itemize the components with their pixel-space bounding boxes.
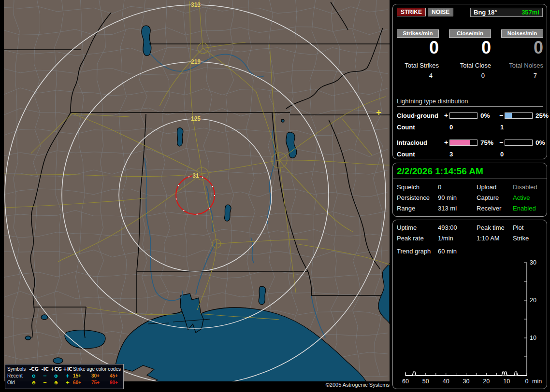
- minus-sign: −: [498, 139, 505, 146]
- intracloud-label: Intracloud: [397, 139, 443, 146]
- svg-text:40: 40: [443, 378, 449, 385]
- stormvue-app: 31321912531 Symbols -CG -IC +CG +IC Stri…: [0, 0, 550, 392]
- recent-ncg-icon: ⊖: [28, 373, 40, 379]
- legend-col-ncg: -CG: [28, 366, 40, 372]
- cg-plus-pct: 0%: [478, 112, 498, 119]
- recent-nic-icon: −: [40, 373, 50, 379]
- capture-label: Capture: [477, 194, 513, 201]
- radar-map: 31321912531: [4, 0, 390, 381]
- cg-minus-bar-fill: [505, 113, 512, 118]
- cloud-ground-label: Cloud-ground: [397, 112, 443, 119]
- trend-tick-labels: 6050403020100min102030: [402, 259, 542, 385]
- cloud-ground-row: Cloud-ground + 0% − 25%: [397, 112, 543, 119]
- recent-pic-icon: +: [62, 373, 73, 379]
- ic-plus-bar: [449, 140, 478, 146]
- rate-counters: Strikes/min Close/min Noises/min 0 0 0 T…: [397, 29, 543, 79]
- svg-text:0: 0: [525, 378, 529, 385]
- ic-plus-bar-fill: [450, 140, 470, 145]
- strikes-per-min-value: 0: [397, 38, 439, 58]
- svg-text:50: 50: [422, 378, 429, 385]
- smith-lake: [177, 128, 183, 146]
- total-close-label: Total Close: [449, 62, 491, 69]
- receiver-status: Enabled: [513, 205, 547, 212]
- small-lake: [281, 119, 284, 122]
- intracloud-count-row: Count 3 0: [397, 151, 543, 158]
- strike-counters-panel: STRIKE NOISE Bng 18° 357mi Strikes/min C…: [392, 4, 547, 159]
- trend-graph-setting: Trend graph 60 min: [393, 242, 547, 255]
- squelch-value: 0: [438, 183, 477, 191]
- trend-x-unit: min: [532, 378, 542, 385]
- noises-per-min-button[interactable]: Noises/min: [501, 29, 543, 38]
- strike-mode-button[interactable]: STRIKE: [397, 8, 426, 16]
- strikes-per-min-button[interactable]: Strikes/min: [397, 29, 439, 38]
- ic-minus-pct: 0%: [534, 139, 550, 146]
- upload-status: Disabled: [513, 183, 547, 191]
- radar-map-svg: 31321912531: [4, 0, 390, 381]
- marsh-lake: [41, 315, 48, 320]
- status-grid: Squelch 0 Upload Disabled Persistence 90…: [393, 179, 547, 212]
- range-ring-label: 31: [192, 172, 199, 179]
- uptime-value: 493:00: [438, 224, 477, 231]
- count-label: Count: [397, 124, 449, 131]
- lightning-type-distribution: Lightning type distribution Cloud-ground…: [397, 98, 543, 158]
- cg-plus-count: 0: [449, 124, 500, 131]
- range-ring-label: 219: [191, 58, 201, 65]
- copyright-text: ©2005 Astrogenic Systems: [4, 381, 390, 390]
- cg-minus-bar: [505, 112, 533, 119]
- age-15: 15+: [73, 373, 91, 379]
- close-per-min-value: 0: [449, 38, 491, 58]
- range-label: Range: [397, 205, 438, 212]
- datetime-display: 2/2/2026 1:14:56 AM: [393, 163, 547, 179]
- lake-martin: [225, 205, 231, 221]
- range-value: 313 mi: [438, 205, 477, 212]
- total-strikes-label: Total Strikes: [397, 62, 439, 69]
- trend-graph-label: Trend graph: [397, 248, 438, 255]
- ic-plus-pct: 75%: [478, 139, 498, 146]
- uptime-grid: Uptime 493:00 Peak time Plot Peak rate 1…: [393, 220, 547, 242]
- trend-graph-chart: 6050403020100min102030: [395, 258, 547, 388]
- upload-label: Upload: [477, 183, 513, 191]
- cg-plus-bar: [449, 112, 478, 119]
- persistence-label: Persistence: [397, 194, 438, 201]
- peak-rate-value: 1/min: [438, 235, 477, 242]
- svg-text:20: 20: [530, 297, 536, 304]
- distribution-title: Lightning type distribution: [397, 98, 543, 107]
- range-ring-label: 313: [191, 1, 201, 8]
- total-noises-label: Total Noises: [501, 62, 543, 69]
- trend-axes: [405, 263, 527, 376]
- marsh-lake: [25, 336, 31, 340]
- age-30: 30+: [91, 373, 110, 379]
- svg-text:20: 20: [483, 378, 490, 385]
- legend-symbols-header: Symbols: [7, 366, 28, 372]
- noise-mode-button[interactable]: NOISE: [428, 8, 453, 16]
- plus-sign: +: [443, 139, 449, 146]
- status-panel: 2/2/2026 1:14:56 AM Squelch 0 Upload Dis…: [392, 163, 547, 217]
- bearing-indicator: Bng 18° 357mi: [470, 8, 543, 17]
- plot-mode-value: Strike: [513, 235, 547, 242]
- legend-row-recent-label: Recent: [7, 373, 28, 379]
- cg-minus-count: 1: [500, 124, 543, 131]
- lake-seminole: [259, 286, 266, 305]
- svg-text:60: 60: [402, 378, 409, 385]
- legend-col-pic: +IC: [62, 366, 73, 372]
- intracloud-row: Intracloud + 75% − 0%: [397, 139, 543, 146]
- minus-sign: −: [498, 112, 505, 119]
- peak-time-label: Peak time: [477, 224, 513, 231]
- cg-minus-pct: 25%: [534, 112, 550, 119]
- peak-rate-label: Peak rate: [397, 235, 438, 242]
- count-label: Count: [397, 151, 449, 158]
- legend-col-nic: -IC: [40, 366, 50, 372]
- marsh-lake: [53, 358, 63, 364]
- age-45: 45+: [110, 373, 127, 379]
- bearing-value: Bng 18°: [474, 9, 497, 16]
- ic-plus-count: 3: [449, 151, 500, 158]
- svg-text:10: 10: [530, 335, 536, 341]
- receiver-label: Receiver: [477, 205, 513, 212]
- plus-sign: +: [443, 112, 449, 119]
- squelch-label: Squelch: [397, 183, 438, 191]
- cloud-ground-count-row: Count 0 1: [397, 124, 543, 131]
- close-per-min-button[interactable]: Close/min: [449, 29, 491, 38]
- recent-pcg-icon: ⊕: [50, 373, 62, 379]
- legend-age-header: Strike age color codes: [73, 366, 127, 372]
- plot-label: Plot: [513, 224, 547, 231]
